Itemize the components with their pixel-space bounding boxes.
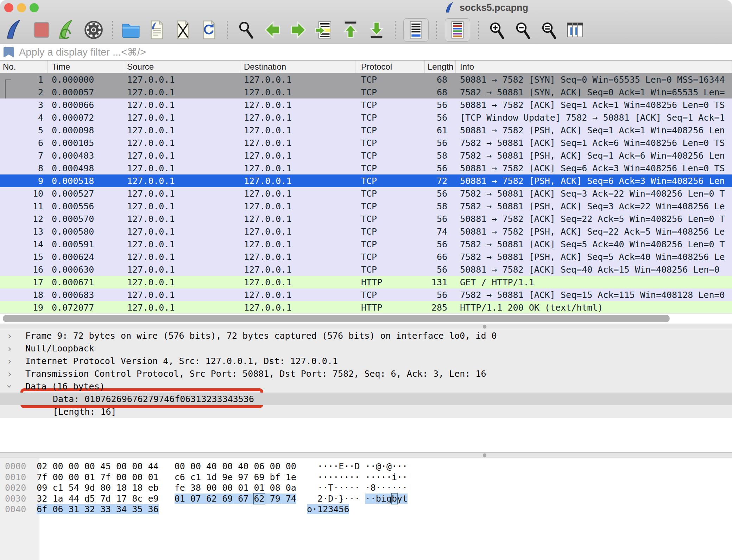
restart-capture-button[interactable] [57,19,78,40]
cell-time: 0.072077 [48,301,124,313]
hex-ascii-char: D [328,494,333,504]
zoom-100-button[interactable] [538,19,560,40]
column-header-destination[interactable]: Destination [240,61,355,73]
detail-line-text: [Length: 16] [53,407,116,417]
packet-row-18[interactable]: 180.000683127.0.0.1127.0.0.1TCP567582 → … [0,288,732,301]
pane-splitter-top[interactable] [0,324,732,329]
hex-byte: c1 [190,472,206,482]
expand-icon[interactable]: › [8,356,12,367]
splitter-handle-icon[interactable] [483,325,486,329]
cell-dst: 127.0.0.1 [240,162,355,174]
hex-ascii-char: i [381,494,386,504]
find-packet-button[interactable] [236,19,257,40]
cell-no: 7 [0,149,48,162]
packet-row-8[interactable]: 80.000498127.0.0.1127.0.0.1TCP5650881 → … [0,162,732,174]
display-filter-input[interactable] [18,44,581,60]
auto-scroll-toggle[interactable] [403,18,429,42]
column-header-no[interactable]: No. [0,61,48,73]
column-header-source[interactable]: Source [124,61,240,73]
hex-byte: 67 [238,494,254,504]
pane-splitter-bottom[interactable] [0,452,732,458]
packet-row-5[interactable]: 50.000098127.0.0.1127.0.0.1TCP6150881 → … [0,124,732,136]
cell-src: 127.0.0.1 [124,263,240,276]
detail-line[interactable]: ›Data (16 bytes) [0,380,732,393]
save-file-button[interactable] [146,19,168,40]
wireshark-fin-button[interactable] [5,19,26,40]
detail-line-text: Frame 9: 72 bytes on wire (576 bits), 72… [25,331,497,341]
open-file-button[interactable] [120,19,141,40]
expand-icon[interactable]: › [8,368,12,379]
hex-ascii-char [360,472,365,482]
colorize-toggle[interactable] [445,18,470,42]
cell-time: 0.000630 [48,263,124,276]
cell-src: 127.0.0.1 [124,250,240,263]
packet-row-3[interactable]: 30.000066127.0.0.1127.0.0.1TCP5650881 → … [0,98,732,111]
detail-line[interactable]: ›Transmission Control Protocol, Src Port… [0,367,732,380]
wireshark-logo-icon [445,2,456,13]
go-to-packet-button[interactable] [314,19,335,40]
packet-row-19[interactable]: 190.072077127.0.0.1127.0.0.1HTTP285HTTP/… [0,301,732,313]
horizontal-scrollbar-thumb[interactable] [3,315,670,322]
column-header-info[interactable]: Info [456,61,732,73]
collapse-icon[interactable]: › [4,384,15,388]
packet-row-7[interactable]: 70.000483127.0.0.1127.0.0.1TCP587582 → 5… [0,149,732,162]
cell-dst: 127.0.0.1 [240,250,355,263]
filter-bookmark-icon[interactable] [4,47,14,58]
hex-row-0030[interactable]: 0030 32 1a 44 d5 7d 17 8c e9 01 07 62 69… [0,494,408,504]
expand-icon[interactable]: › [8,343,12,354]
zoom-window-button[interactable] [30,3,39,12]
hex-row-0020[interactable]: 0020 09 c1 54 9d 80 18 18 eb fe 38 00 00… [0,483,408,494]
go-first-button[interactable] [340,19,361,40]
expand-icon[interactable]: › [8,330,12,341]
column-header-protocol[interactable]: Protocol [355,61,425,73]
hex-row-0040[interactable]: 0040 6f 06 31 32 33 34 35 36 o·123456 [0,504,408,515]
hex-byte: 36 [148,504,158,514]
auto-scroll-button[interactable] [405,19,427,40]
go-forward-button[interactable] [288,19,309,40]
go-back-button[interactable] [262,19,283,40]
zoom-in-button[interactable] [486,19,507,40]
resize-columns-button[interactable] [564,19,586,40]
go-last-button[interactable] [366,19,387,40]
packet-row-4[interactable]: 40.000072127.0.0.1127.0.0.1TCP56[TCP Win… [0,111,732,124]
detail-line[interactable]: ›Internet Protocol Version 4, Src: 127.0… [0,355,732,367]
packet-row-15[interactable]: 150.000624127.0.0.1127.0.0.1TCP667582 → … [0,250,732,263]
packet-row-10[interactable]: 100.000527127.0.0.1127.0.0.1TCP567582 → … [0,187,732,200]
detail-line[interactable]: [Length: 16] [0,405,732,418]
packet-row-6[interactable]: 60.000105127.0.0.1127.0.0.1TCP567582 → 5… [0,136,732,149]
column-header-time[interactable]: Time [48,61,124,73]
hex-row-0010[interactable]: 0010 7f 00 00 01 7f 00 00 01 c6 c1 1d 9e… [0,472,408,483]
hex-byte: 00 [69,461,84,471]
splitter-handle-icon[interactable] [483,453,486,457]
cell-proto: TCP [355,212,425,225]
minimize-window-button[interactable] [17,3,26,12]
zoom-out-button[interactable] [512,19,534,40]
packet-row-1[interactable]: 10.000000127.0.0.1127.0.0.1TCP6850881 → … [0,73,732,86]
capture-options-button[interactable] [83,19,104,40]
reload-file-button[interactable] [198,19,220,40]
hex-byte: 00 [190,461,206,471]
packet-row-17[interactable]: 170.000671127.0.0.1127.0.0.1HTTP131GET /… [0,276,732,288]
packet-row-13[interactable]: 130.000580127.0.0.1127.0.0.1TCP7450881 →… [0,225,732,238]
column-header-length[interactable]: Length [425,61,456,73]
packet-row-16[interactable]: 160.000630127.0.0.1127.0.0.1TCP5650881 →… [0,263,732,276]
stop-capture-button[interactable] [31,19,52,40]
detail-line[interactable]: ›Null/Loopback [0,342,732,355]
packet-row-11[interactable]: 110.000556127.0.0.1127.0.0.1TCP587582 → … [0,200,732,212]
packet-row-14[interactable]: 140.000591127.0.0.1127.0.0.1TCP567582 → … [0,238,732,250]
hex-row-0000[interactable]: 0000 02 00 00 00 45 00 00 44 00 00 40 00… [0,461,408,472]
detail-line[interactable]: ›Frame 9: 72 bytes on wire (576 bits), 7… [0,329,732,342]
cell-proto: TCP [355,86,425,98]
close-file-button[interactable] [172,19,194,40]
packet-row-2[interactable]: 20.000057127.0.0.1127.0.0.1TCP687582 → 5… [0,86,732,98]
colorize-button[interactable] [447,19,468,40]
hex-ascii-char: 5 [339,504,344,514]
toolbar-separator [436,21,437,39]
cell-time: 0.000105 [48,136,124,149]
packet-row-9[interactable]: 90.000518127.0.0.1127.0.0.1TCP7250881 → … [0,174,732,187]
detail-line[interactable]: Data: 01076269676279746f06313233343536 [0,393,732,405]
cell-dst: 127.0.0.1 [240,111,355,124]
packet-row-12[interactable]: 120.000570127.0.0.1127.0.0.1TCP5650881 →… [0,212,732,225]
hex-ascii-char: · [328,472,333,482]
close-window-button[interactable] [4,3,13,12]
